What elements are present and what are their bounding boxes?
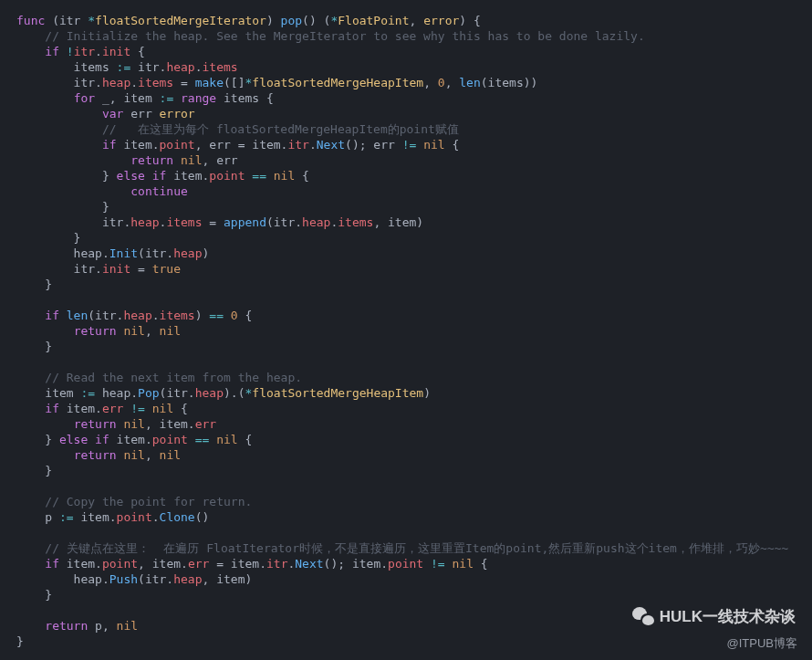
line: func [16, 14, 45, 27]
code-block: func (itr *floatSortedMergeIterator) pop… [0, 0, 812, 660]
line: // Initialize the heap. See the MergeIte… [16, 29, 645, 43]
